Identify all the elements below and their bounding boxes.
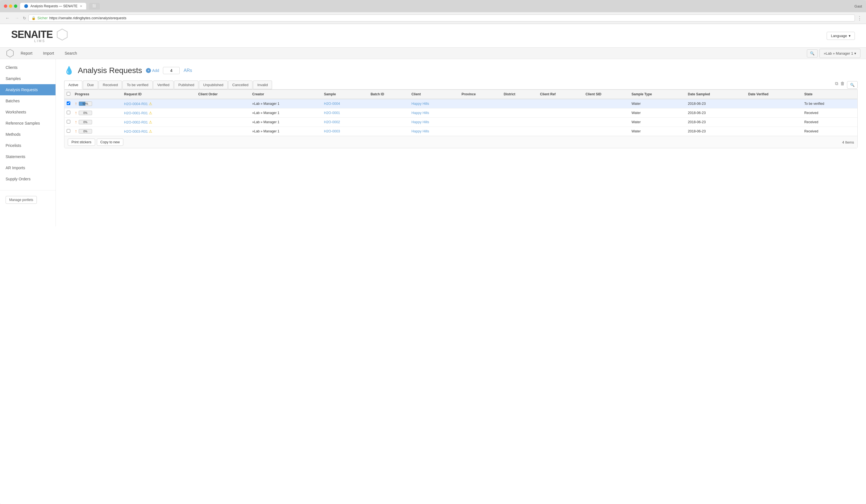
progress-bar: 0% xyxy=(79,111,92,115)
sample-link[interactable]: H2O-0002 xyxy=(324,120,340,124)
new-tab[interactable]: ⬜ xyxy=(89,3,100,10)
nav-search-link[interactable]: Search xyxy=(60,48,81,59)
sidebar-item-clients[interactable]: Clients xyxy=(0,62,56,73)
address-field[interactable]: 🔒 Sicher https://senaite.ridingbytes.com… xyxy=(29,14,855,22)
active-tab[interactable]: 🔵 Analysis Requests — SENAITE ✕ xyxy=(20,3,86,10)
close-dot[interactable] xyxy=(4,4,7,8)
row-sample-cell: H2O-0001 xyxy=(322,108,368,118)
language-button[interactable]: Language ▾ xyxy=(827,32,855,40)
tab-unpublished[interactable]: Unpublished xyxy=(199,81,227,89)
row-checkbox[interactable] xyxy=(67,129,70,133)
manage-portlets-button[interactable]: Manage portlets xyxy=(5,196,37,204)
row-checkbox-cell xyxy=(65,108,73,118)
row-progress-cell: ↑ 50% xyxy=(73,99,122,108)
tab-invalid[interactable]: Invalid xyxy=(253,81,272,89)
language-label: Language xyxy=(831,34,847,38)
tab-due[interactable]: Due xyxy=(83,81,98,89)
header-province[interactable]: Province xyxy=(459,90,501,99)
ars-link[interactable]: ARs xyxy=(184,68,192,73)
row-sample-cell: H2O-0004 xyxy=(322,99,368,108)
header-client-sid[interactable]: Client SID xyxy=(584,90,630,99)
nav-user-info[interactable]: »Lab » Manager 1 ▾ xyxy=(819,49,861,58)
sidebar-item-pricelists[interactable]: Pricelists xyxy=(0,140,56,151)
sample-link[interactable]: H2O-0004 xyxy=(324,102,340,106)
tab-verified[interactable]: Verified xyxy=(153,81,174,89)
minimize-dot[interactable] xyxy=(9,4,12,8)
header-request-id[interactable]: Request ID xyxy=(122,90,196,99)
sidebar-item-methods[interactable]: Methods xyxy=(0,129,56,140)
sidebar-item-ar-imports[interactable]: AR Imports xyxy=(0,162,56,173)
reload-button[interactable]: ↻ xyxy=(23,16,26,20)
address-bar: ← → ↻ 🔒 Sicher https://senaite.ridingbyt… xyxy=(0,12,866,24)
sidebar-bottom: Manage portlets xyxy=(0,190,56,209)
tab-received[interactable]: Received xyxy=(99,81,122,89)
client-link[interactable]: Happy Hills xyxy=(411,102,429,106)
sidebar-item-statements[interactable]: Statements xyxy=(0,151,56,162)
trash-icon[interactable]: 🗑 xyxy=(840,81,845,89)
nav-report-link[interactable]: Report xyxy=(16,48,37,59)
sidebar-item-analysis-requests[interactable]: Analysis Requests xyxy=(0,84,56,95)
browser-menu-icon[interactable]: ⋮ xyxy=(857,15,862,21)
maximize-dot[interactable] xyxy=(14,4,17,8)
client-link[interactable]: Happy Hills xyxy=(411,120,429,124)
header-client[interactable]: Client xyxy=(409,90,459,99)
header-date-sampled[interactable]: Date Sampled xyxy=(686,90,746,99)
header-sample[interactable]: Sample xyxy=(322,90,368,99)
request-id-link[interactable]: H2O-0002-R01 xyxy=(124,121,148,124)
sample-link[interactable]: H2O-0003 xyxy=(324,129,340,133)
search-button[interactable]: 🔍 xyxy=(807,49,818,57)
table-search[interactable]: 🔍 xyxy=(847,81,858,89)
tab-close-btn[interactable]: ✕ xyxy=(80,4,82,8)
count-input[interactable] xyxy=(163,67,180,74)
row-progress-cell: ↑ 0% xyxy=(73,108,122,118)
add-link[interactable]: + Add xyxy=(146,68,159,73)
sample-link[interactable]: H2O-0001 xyxy=(324,111,340,115)
row-district-cell xyxy=(502,127,538,136)
tab-cancelled[interactable]: Cancelled xyxy=(228,81,253,89)
row-checkbox-cell xyxy=(65,99,73,108)
progress-bar: 0% xyxy=(79,120,92,124)
tab-to-be-verified[interactable]: To be verified xyxy=(122,81,152,89)
row-client-order-cell xyxy=(196,108,250,118)
sidebar-item-batches[interactable]: Batches xyxy=(0,95,56,106)
request-id-link[interactable]: H2O-0003-R01 xyxy=(124,130,148,134)
row-checkbox-cell xyxy=(65,118,73,127)
select-all-checkbox[interactable] xyxy=(67,92,70,95)
add-label[interactable]: Add xyxy=(152,68,159,73)
row-checkbox[interactable] xyxy=(67,111,70,114)
back-button[interactable]: ← xyxy=(4,15,11,21)
row-checkbox[interactable] xyxy=(67,102,70,105)
header-district[interactable]: District xyxy=(502,90,538,99)
sidebar-item-samples[interactable]: Samples xyxy=(0,73,56,84)
sidebar-item-worksheets[interactable]: Worksheets xyxy=(0,106,56,118)
header-client-ref[interactable]: Client Ref xyxy=(538,90,584,99)
header-creator[interactable]: Creator xyxy=(250,90,322,99)
request-id-link[interactable]: H2O-0001-R01 xyxy=(124,111,148,115)
header-client-order[interactable]: Client Order xyxy=(196,90,250,99)
row-checkbox[interactable] xyxy=(67,120,70,124)
header-date-verified[interactable]: Date Verified xyxy=(746,90,802,99)
tab-active[interactable]: Active xyxy=(64,81,82,89)
header-state[interactable]: State xyxy=(802,90,857,99)
row-date-sampled-cell: 2018-06-23 xyxy=(686,99,746,108)
sidebar-item-supply-orders[interactable]: Supply Orders xyxy=(0,173,56,185)
header-batch-id[interactable]: Batch ID xyxy=(368,90,409,99)
row-date-verified-cell xyxy=(746,108,802,118)
row-district-cell xyxy=(502,118,538,127)
tab-published[interactable]: Published xyxy=(174,81,198,89)
header-sample-type[interactable]: Sample Type xyxy=(630,90,686,99)
request-id-link[interactable]: H2O-0004-R01 xyxy=(124,102,148,106)
nav-import-link[interactable]: Import xyxy=(38,48,58,59)
copy-icon[interactable]: ⧉ xyxy=(835,81,838,89)
client-link[interactable]: Happy Hills xyxy=(411,129,429,133)
forward-button[interactable]: → xyxy=(13,15,21,21)
print-stickers-button[interactable]: Print stickers xyxy=(68,139,95,146)
client-link[interactable]: Happy Hills xyxy=(411,111,429,115)
sidebar-item-reference-samples[interactable]: Reference Samples xyxy=(0,118,56,129)
row-creator-cell: »Lab » Manager 1 xyxy=(250,127,322,136)
data-table: Progress Request ID Client Order Creator… xyxy=(65,90,857,136)
row-state-cell: Received xyxy=(802,127,857,136)
copy-to-new-button[interactable]: Copy to new xyxy=(97,139,123,146)
address-url[interactable]: https://senaite.ridingbytes.com/analysis… xyxy=(49,16,126,20)
row-client-sid-cell xyxy=(584,127,630,136)
